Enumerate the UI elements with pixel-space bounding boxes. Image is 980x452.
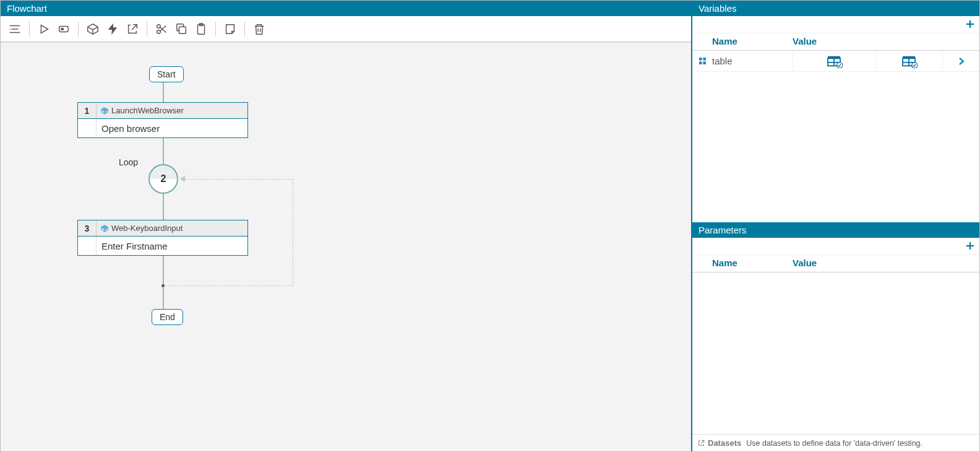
lightning-icon (106, 22, 119, 36)
flowchart-title: Flowchart (1, 1, 691, 16)
paste-button[interactable] (192, 20, 210, 38)
loop-return-arrow (180, 176, 185, 182)
flowchart-toolbar (1, 16, 691, 42)
step-body-gutter (78, 237, 97, 255)
play-icon (37, 22, 51, 36)
end-node[interactable]: End (152, 309, 183, 325)
step-header: 3 Web-KeyboardInput (78, 220, 247, 237)
table-type-icon (699, 58, 706, 64)
table-edit-icon (827, 54, 843, 68)
align-button[interactable] (6, 20, 24, 38)
note-button[interactable] (221, 20, 239, 38)
clipboard-icon (194, 22, 208, 36)
parameters-grid-body (692, 272, 979, 434)
svg-rect-13 (179, 27, 186, 33)
step-node-1[interactable]: 1 LaunchWebBrowser Open browser (77, 102, 248, 138)
delete-button[interactable] (250, 20, 269, 38)
step-body-text: Open browser (97, 119, 247, 137)
step-type-label: LaunchWebBrowser (111, 106, 184, 115)
step-type: Web-KeyboardInput (97, 224, 183, 233)
parameters-col-value: Value (793, 258, 979, 268)
datasets-label: Datasets (708, 438, 741, 448)
variable-row[interactable]: table (692, 51, 979, 72)
play-button[interactable] (35, 20, 53, 38)
loop-node[interactable]: 2 (148, 164, 178, 194)
svg-line-8 (132, 24, 137, 29)
cube-icon (100, 106, 109, 115)
step-type: LaunchWebBrowser (97, 106, 184, 115)
svg-rect-23 (703, 61, 706, 64)
note-icon (223, 22, 237, 36)
external-link-icon (697, 439, 705, 447)
table-edit-icon (901, 54, 918, 68)
connector (163, 138, 164, 164)
parameters-grid-header: Name Value (692, 255, 979, 272)
step-body-gutter (78, 119, 97, 137)
app-root: Flowchart (0, 0, 980, 452)
variable-type-icon (692, 58, 712, 64)
step-type-label: Web-KeyboardInput (111, 224, 183, 233)
toolbar-separator (244, 22, 245, 37)
variable-value-edit-2[interactable] (875, 51, 942, 71)
package-button[interactable] (84, 20, 102, 38)
variable-value-edit-1[interactable] (793, 51, 875, 71)
variables-grid-body: table (692, 51, 979, 222)
loop-return-line (185, 179, 293, 180)
connector (163, 82, 164, 102)
variables-col-value: Value (793, 36, 979, 46)
trash-icon (252, 22, 266, 36)
svg-rect-21 (703, 58, 706, 61)
step-body: Open browser (78, 119, 247, 137)
breakpoint-icon (57, 22, 71, 36)
copy-button[interactable] (172, 20, 191, 38)
toolbar-separator (215, 22, 216, 37)
toolbar-separator (147, 22, 147, 37)
step-body-text: Enter Firstname (97, 237, 247, 255)
loop-return-line (293, 179, 293, 285)
parameters-title: Parameters (692, 222, 979, 238)
svg-marker-3 (41, 25, 48, 33)
parameters-col-name: Name (712, 258, 793, 268)
svg-rect-20 (699, 58, 702, 61)
chevron-right-icon (958, 57, 965, 66)
loop-return-line (165, 285, 293, 286)
breakpoint-button[interactable] (54, 20, 73, 38)
datasets-hint: Use datasets to define data for 'data-dr… (746, 439, 922, 448)
variables-toolbar (692, 16, 979, 33)
right-panel: Variables Name Value table (692, 1, 979, 451)
loop-label: Loop (119, 157, 138, 167)
parameters-panel: Parameters Name Value Datasets Use datas… (692, 222, 979, 451)
variables-grid-header: Name Value (692, 33, 979, 51)
package-icon (86, 22, 100, 36)
connector (163, 287, 164, 309)
scissors-icon (155, 22, 168, 36)
parameters-footer: Datasets Use datasets to define data for… (692, 434, 979, 451)
connector (163, 194, 164, 220)
variable-expand-button[interactable] (942, 51, 979, 71)
flowchart-canvas[interactable]: Start 1 LaunchWebBrowser Open browser Lo… (1, 42, 691, 451)
step-header: 1 LaunchWebBrowser (78, 103, 247, 119)
svg-marker-7 (108, 23, 118, 34)
flowchart-panel: Flowchart (1, 1, 692, 451)
parameters-toolbar (692, 238, 979, 255)
step-node-2[interactable]: 3 Web-KeyboardInput Enter Firstname (77, 220, 248, 256)
svg-rect-5 (61, 28, 64, 30)
toolbar-separator (78, 22, 79, 37)
variable-name: table (712, 56, 793, 66)
cut-button[interactable] (152, 20, 171, 38)
action-button[interactable] (103, 20, 122, 38)
external-button[interactable] (123, 20, 142, 38)
copy-icon (174, 22, 188, 36)
datasets-link[interactable]: Datasets (697, 438, 741, 448)
align-icon (8, 22, 22, 36)
step-body: Enter Firstname (78, 237, 247, 255)
start-node[interactable]: Start (149, 66, 184, 82)
add-variable-button[interactable] (965, 17, 976, 32)
variables-panel: Variables Name Value table (692, 1, 979, 222)
toolbar-separator (29, 22, 30, 37)
svg-line-36 (701, 440, 704, 443)
add-parameter-button[interactable] (965, 239, 976, 254)
step-number: 1 (78, 103, 97, 118)
connector (163, 256, 164, 284)
plus-icon (965, 19, 976, 30)
